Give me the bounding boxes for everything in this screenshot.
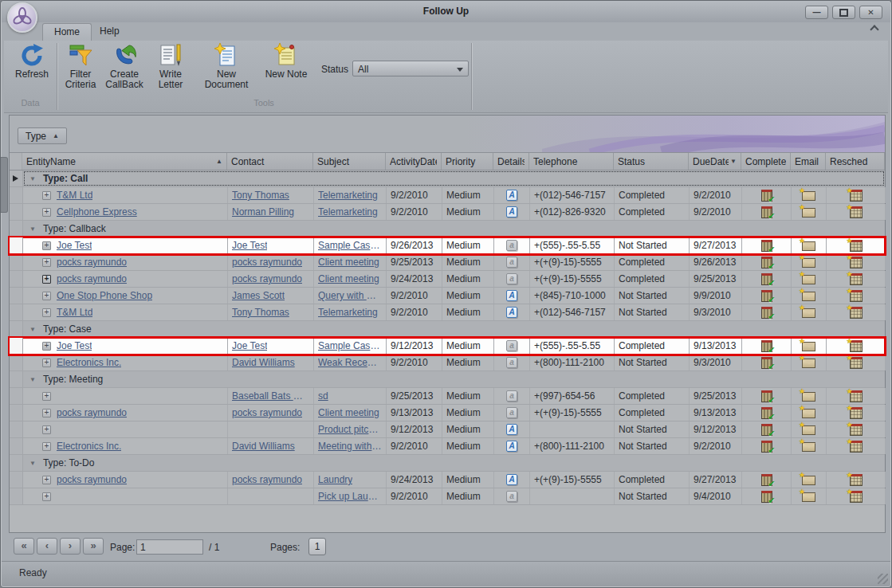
column-header-contact[interactable]: Contact: [227, 153, 313, 170]
complete-icon[interactable]: ✔: [761, 190, 772, 202]
complete-icon[interactable]: ✔: [761, 424, 772, 436]
email-icon[interactable]: ★: [802, 292, 815, 301]
complete-icon[interactable]: ✔: [761, 491, 772, 503]
column-header-entityname[interactable]: EntityName▲: [22, 153, 227, 170]
group-by-panel[interactable]: Type ▲: [10, 116, 885, 153]
subject-link[interactable]: Query with Pri…: [318, 290, 382, 301]
subject-link[interactable]: Pick up Laundry: [318, 491, 382, 502]
tab-help[interactable]: Help: [88, 23, 131, 40]
resched-icon[interactable]: ★: [850, 424, 863, 436]
group-row[interactable]: ▼Type: Case: [10, 321, 885, 338]
subject-link[interactable]: Sample Case-F…: [318, 240, 382, 251]
column-header-duedate[interactable]: DueDate▼: [689, 153, 741, 170]
expand-row-button[interactable]: +: [42, 275, 51, 284]
email-icon[interactable]: ★: [802, 392, 815, 402]
contact-link[interactable]: Joe Test: [232, 340, 267, 351]
group-row-cell[interactable]: ▼Type: Call: [23, 171, 885, 186]
complete-icon[interactable]: ✔: [761, 290, 772, 302]
expand-row-button[interactable]: +: [42, 241, 51, 250]
subject-link[interactable]: Client meeting: [318, 257, 379, 268]
details-icon[interactable]: a: [506, 407, 517, 418]
email-icon[interactable]: ★: [802, 208, 815, 218]
group-row[interactable]: ▼Type: Meeting: [10, 371, 885, 388]
subject-link[interactable]: sd: [318, 390, 328, 402]
resched-icon[interactable]: ★: [850, 340, 863, 352]
details-icon[interactable]: a: [506, 491, 517, 502]
details-icon[interactable]: a: [506, 340, 517, 351]
column-header-telephone[interactable]: Telephone: [529, 153, 614, 170]
resched-icon[interactable]: ★: [850, 441, 863, 453]
contact-link[interactable]: David Williams: [232, 357, 295, 368]
entity-link[interactable]: pocks raymundo: [57, 257, 127, 268]
status-filter-combobox[interactable]: All: [352, 61, 469, 76]
page-input[interactable]: [136, 539, 203, 555]
email-icon[interactable]: ★: [802, 442, 815, 452]
resched-icon[interactable]: ★: [850, 357, 863, 369]
resched-icon[interactable]: ★: [850, 273, 863, 285]
complete-icon[interactable]: ✔: [761, 240, 772, 252]
column-header-details[interactable]: Details: [493, 153, 529, 170]
email-icon[interactable]: ★: [802, 492, 815, 502]
entity-link[interactable]: Cellphone Express: [57, 206, 137, 218]
entity-link[interactable]: Electronics Inc.: [57, 357, 121, 368]
last-page-button[interactable]: »: [83, 538, 104, 555]
app-logo-icon[interactable]: [7, 2, 37, 33]
details-icon[interactable]: A: [506, 290, 517, 301]
complete-icon[interactable]: ✔: [761, 441, 772, 453]
details-icon[interactable]: a: [506, 390, 517, 402]
email-icon[interactable]: ★: [802, 241, 815, 251]
resched-icon[interactable]: ★: [850, 290, 863, 302]
email-icon[interactable]: ★: [802, 359, 815, 368]
prev-page-button[interactable]: ‹: [37, 538, 57, 555]
subject-link[interactable]: Meeting with P…: [318, 441, 382, 452]
complete-icon[interactable]: ✔: [761, 390, 772, 402]
contact-link[interactable]: Baseball Bats Unlim…: [232, 390, 309, 402]
filter-criteria-button[interactable]: Filter Criteria: [61, 42, 100, 98]
close-button[interactable]: ✕: [859, 6, 882, 19]
complete-icon[interactable]: ✔: [761, 257, 772, 269]
subject-link[interactable]: Telemarketing: [318, 307, 378, 318]
entity-link[interactable]: Electronics Inc.: [57, 441, 121, 452]
create-callback-button[interactable]: Create CallBack: [101, 42, 147, 98]
email-icon[interactable]: ★: [802, 342, 815, 351]
expand-row-button[interactable]: +: [42, 359, 51, 367]
details-icon[interactable]: A: [506, 190, 517, 201]
maximize-button[interactable]: [832, 6, 855, 19]
column-header-status[interactable]: Status: [614, 153, 689, 170]
contact-link[interactable]: Tony Thomas: [232, 307, 289, 318]
email-icon[interactable]: ★: [802, 308, 815, 318]
expand-row-button[interactable]: +: [42, 308, 51, 317]
tab-home[interactable]: Home: [42, 23, 92, 41]
resched-icon[interactable]: ★: [850, 390, 863, 402]
email-icon[interactable]: ★: [802, 425, 815, 435]
minimize-button[interactable]: —: [805, 6, 828, 19]
contact-link[interactable]: pocks raymundo: [232, 474, 302, 485]
column-header-activitydate[interactable]: ActivityDate: [386, 153, 442, 170]
group-collapse-icon[interactable]: ▼: [29, 326, 36, 333]
entity-link[interactable]: pocks raymundo: [57, 407, 127, 418]
group-row-cell[interactable]: ▼Type: To-Do: [23, 455, 885, 471]
column-header-complete[interactable]: Complete: [741, 153, 791, 170]
email-icon[interactable]: ★: [802, 191, 815, 201]
resched-icon[interactable]: ★: [850, 474, 863, 486]
expand-row-button[interactable]: +: [42, 342, 51, 351]
entity-link[interactable]: pocks raymundo: [57, 474, 127, 485]
complete-icon[interactable]: ✔: [761, 357, 772, 369]
details-icon[interactable]: A: [506, 441, 517, 452]
complete-icon[interactable]: ✔: [761, 407, 772, 419]
page-number-button[interactable]: 1: [308, 538, 326, 555]
resched-icon[interactable]: ★: [850, 257, 863, 269]
contact-link[interactable]: pocks raymundo: [232, 273, 302, 284]
new-note-button[interactable]: New Note: [262, 42, 310, 98]
complete-icon[interactable]: ✔: [761, 474, 772, 486]
expand-row-button[interactable]: +: [42, 492, 51, 501]
entity-link[interactable]: pocks raymundo: [57, 273, 127, 284]
expand-row-button[interactable]: +: [42, 425, 51, 434]
email-icon[interactable]: ★: [802, 409, 815, 418]
column-header-resched[interactable]: Resched: [826, 153, 885, 170]
complete-icon[interactable]: ✔: [761, 307, 772, 319]
details-icon[interactable]: A: [506, 307, 517, 318]
expand-row-button[interactable]: +: [42, 208, 51, 217]
resize-grip[interactable]: [878, 574, 888, 584]
expand-row-button[interactable]: +: [42, 191, 51, 200]
